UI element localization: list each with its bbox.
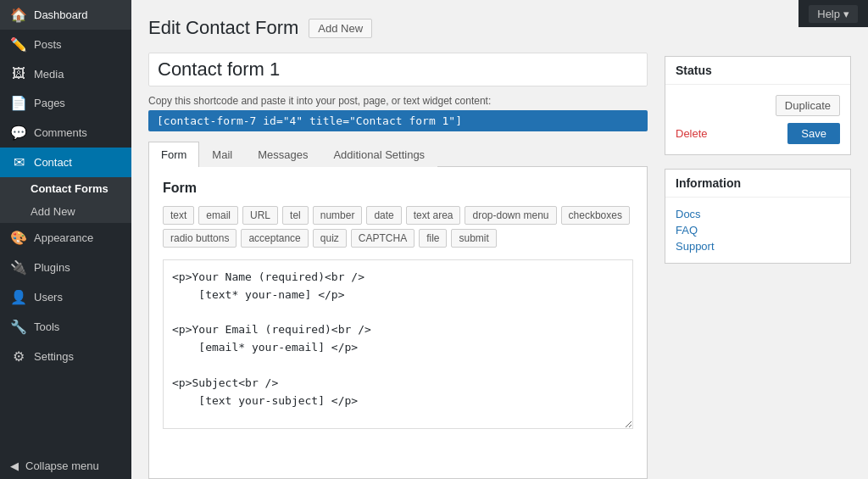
info-link-faq[interactable]: FAQ xyxy=(676,224,840,237)
shortcode-label: Copy this shortcode and paste it into yo… xyxy=(148,95,648,107)
tag-button-captcha[interactable]: CAPTCHA xyxy=(351,229,415,248)
tabs: Form Mail Messages Additional Settings xyxy=(148,142,648,167)
media-icon: 🖼 xyxy=(10,66,27,81)
collapse-icon: ◀ xyxy=(10,460,19,472)
tab-form[interactable]: Form xyxy=(148,142,199,167)
status-box-content: Duplicate Delete Save xyxy=(665,85,850,154)
status-actions: Delete Save xyxy=(676,123,840,144)
sidebar: 🏠 Dashboard ✏️ Posts 🖼 Media 📄 Pages 💬 C… xyxy=(0,0,131,479)
information-box-title: Information xyxy=(665,170,850,198)
tab-mail[interactable]: Mail xyxy=(199,142,245,167)
tag-button-text-area[interactable]: text area xyxy=(406,206,461,225)
dashboard-icon: 🏠 xyxy=(10,7,27,23)
sidebar-item-contact-forms[interactable]: Contact Forms xyxy=(0,177,131,200)
contact-icon: ✉ xyxy=(10,154,27,170)
form-editor: Form textemailURLtelnumberdatetext aread… xyxy=(148,167,648,479)
sidebar-item-tools[interactable]: 🔧 Tools xyxy=(0,312,131,342)
topbar: Help ▾ xyxy=(798,0,868,27)
tag-button-url[interactable]: URL xyxy=(242,206,278,225)
tab-additional-settings[interactable]: Additional Settings xyxy=(320,142,437,167)
form-name-input[interactable] xyxy=(148,53,648,86)
add-new-button[interactable]: Add New xyxy=(309,19,372,38)
sidebar-item-posts[interactable]: ✏️ Posts xyxy=(0,30,131,59)
tag-button-quiz[interactable]: quiz xyxy=(313,229,347,248)
tag-button-acceptance[interactable]: acceptance xyxy=(241,229,308,248)
sidebar-item-dashboard[interactable]: 🏠 Dashboard xyxy=(0,0,131,30)
information-metabox: Information DocsFAQSupport xyxy=(665,169,851,264)
form-editor-title: Form xyxy=(163,181,633,196)
pages-icon: 📄 xyxy=(10,95,27,111)
sidebar-item-plugins[interactable]: 🔌 Plugins xyxy=(0,253,131,282)
content-area: Edit Contact Form Add New Copy this shor… xyxy=(131,0,868,479)
tag-button-checkboxes[interactable]: checkboxes xyxy=(561,206,630,225)
sidebar-item-users[interactable]: 👤 Users xyxy=(0,282,131,312)
tag-button-email[interactable]: email xyxy=(198,206,238,225)
tag-button-text[interactable]: text xyxy=(163,206,194,225)
right-sidebar: Status Duplicate Delete Save Information… xyxy=(665,56,851,479)
settings-icon: ⚙ xyxy=(10,348,27,365)
info-link-docs[interactable]: Docs xyxy=(676,208,840,220)
tag-button-tel[interactable]: tel xyxy=(282,206,309,225)
duplicate-button[interactable]: Duplicate xyxy=(776,95,840,116)
tag-button-number[interactable]: number xyxy=(313,206,363,225)
page-title: Edit Contact Form xyxy=(148,17,298,39)
users-icon: 👤 xyxy=(10,289,27,305)
sidebar-contact-submenu: Contact Forms Add New xyxy=(0,177,131,223)
tag-button-radio-buttons[interactable]: radio buttons xyxy=(163,229,236,248)
status-metabox: Status Duplicate Delete Save xyxy=(665,56,851,155)
plugins-icon: 🔌 xyxy=(10,259,27,276)
form-section: Edit Contact Form Add New Copy this shor… xyxy=(148,17,648,479)
sidebar-item-media[interactable]: 🖼 Media xyxy=(0,59,131,88)
delete-link[interactable]: Delete xyxy=(676,127,708,140)
shortcode-value[interactable]: [contact-form-7 id="4" title="Contact fo… xyxy=(148,110,648,131)
status-box-title: Status xyxy=(665,57,850,85)
tab-messages[interactable]: Messages xyxy=(245,142,320,167)
sidebar-item-pages[interactable]: 📄 Pages xyxy=(0,88,131,118)
tools-icon: 🔧 xyxy=(10,319,27,335)
sidebar-item-add-new[interactable]: Add New xyxy=(0,200,131,223)
tag-buttons: textemailURLtelnumberdatetext areadrop-d… xyxy=(163,206,633,248)
tag-button-date[interactable]: date xyxy=(366,206,401,225)
appearance-icon: 🎨 xyxy=(10,230,27,246)
tag-button-file[interactable]: file xyxy=(419,229,447,248)
save-button[interactable]: Save xyxy=(787,123,840,144)
info-links: DocsFAQSupport xyxy=(676,208,840,253)
form-code-textarea[interactable] xyxy=(163,259,633,429)
main-content: Help ▾ Edit Contact Form Add New Copy th… xyxy=(131,0,868,479)
collapse-menu[interactable]: ◀ Collapse menu xyxy=(0,453,131,479)
page-header: Edit Contact Form Add New xyxy=(148,17,648,39)
tag-button-submit[interactable]: submit xyxy=(451,229,496,248)
information-box-content: DocsFAQSupport xyxy=(665,198,850,263)
sidebar-item-contact[interactable]: ✉ Contact xyxy=(0,148,131,177)
sidebar-item-settings[interactable]: ⚙ Settings xyxy=(0,342,131,371)
sidebar-item-comments[interactable]: 💬 Comments xyxy=(0,118,131,148)
info-link-support[interactable]: Support xyxy=(676,240,840,253)
posts-icon: ✏️ xyxy=(10,36,27,53)
comments-icon: 💬 xyxy=(10,125,27,141)
help-button[interactable]: Help ▾ xyxy=(809,5,858,23)
sidebar-item-appearance[interactable]: 🎨 Appearance xyxy=(0,223,131,253)
tag-button-drop-down-menu[interactable]: drop-down menu xyxy=(465,206,556,225)
